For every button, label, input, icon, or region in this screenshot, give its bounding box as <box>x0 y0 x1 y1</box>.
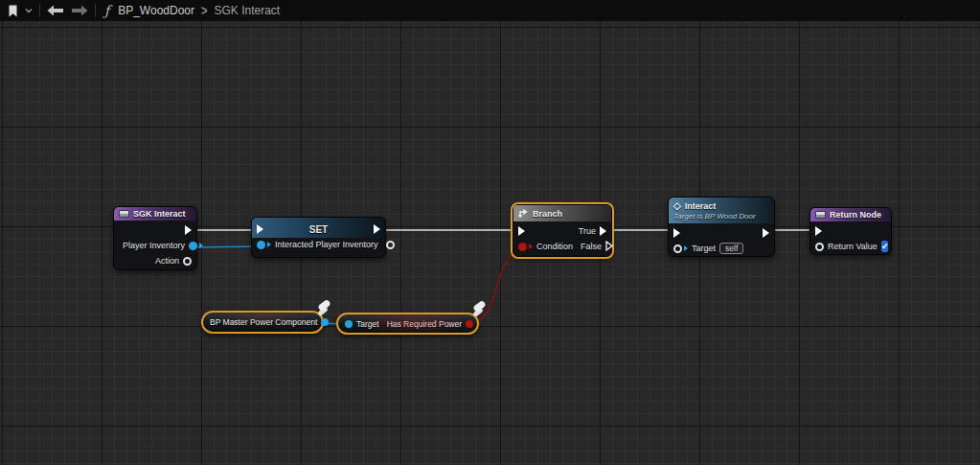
pin-label: Interacted Player Inventory <box>275 240 378 249</box>
graph-toolbar: ƒ BP_WoodDoor > SGK Interact <box>0 0 980 21</box>
branch-icon <box>518 208 529 220</box>
pin-label: False <box>581 242 602 251</box>
node-branch[interactable]: Branch True Condition False <box>513 204 612 257</box>
pin-row-condition-false: Condition False <box>518 239 606 254</box>
pin-label: Condition <box>536 242 573 251</box>
back-arrow-icon[interactable] <box>47 5 64 16</box>
node-return[interactable]: Return Node Return Value ✔ <box>809 207 892 255</box>
variable-input-pin[interactable] <box>257 241 265 249</box>
node-header: Return Node <box>810 208 891 221</box>
pin-label: Target <box>356 319 379 329</box>
pin-row-action: Action <box>119 253 192 268</box>
breadcrumb-chevron-icon: > <box>201 3 207 18</box>
pin-arrow-icon <box>199 243 203 248</box>
false-exec-output-pin[interactable] <box>605 241 613 253</box>
pin-row-exec <box>815 223 886 239</box>
node-sgk-interact-entry[interactable]: SGK Interact Player Inventory Action <box>113 206 197 270</box>
function-icon: ƒ <box>104 4 109 17</box>
target-input-pin[interactable] <box>673 244 682 253</box>
player-inventory-output-pin[interactable] <box>189 242 197 250</box>
exec-input-pin[interactable] <box>518 226 525 236</box>
breadcrumb-function-name[interactable]: SGK Interact <box>214 4 280 17</box>
node-set-interacted-player-inventory[interactable]: SET Interacted Player Inventory <box>251 217 386 258</box>
pin-row-player-inventory: Player Inventory <box>119 238 192 253</box>
variable-name: BP Master Power Component <box>210 317 317 327</box>
pin-label: True <box>579 226 596 236</box>
action-output-pin[interactable] <box>183 257 192 266</box>
node-header: SGK Interact <box>114 207 196 221</box>
pin-label: Return Value <box>828 242 877 251</box>
return-value-input-pin[interactable] <box>815 243 824 251</box>
pin-row-target: Target self <box>673 241 769 256</box>
forward-arrow-icon[interactable] <box>71 5 88 16</box>
pin-label: Target <box>692 244 716 253</box>
node-bp-master-power-component-get[interactable]: BP Master Power Component <box>201 311 324 334</box>
pin-row-variable: Interacted Player Inventory <box>257 237 380 252</box>
bookmark-dropdown-chevron-icon[interactable] <box>25 8 33 13</box>
node-interact-call[interactable]: ◇ Interact Target is BP Wood Door Target… <box>668 197 775 257</box>
target-default-value[interactable]: self <box>719 243 743 254</box>
target-input-pin[interactable] <box>345 320 353 328</box>
event-diamond-icon: ◇ <box>673 201 681 211</box>
pin-arrow-icon <box>267 242 271 247</box>
variable-output-pin[interactable] <box>386 241 395 249</box>
exec-input-pin[interactable] <box>673 228 680 238</box>
function-result-icon <box>815 211 826 219</box>
function-name: Has Required Power <box>387 319 462 329</box>
pin-row-exec-true: True <box>518 223 606 239</box>
node-title: Branch <box>533 209 562 219</box>
pin-row-return-value: Return Value ✔ <box>815 239 886 254</box>
true-exec-output-pin[interactable] <box>600 226 606 236</box>
toolbar-separator <box>39 4 40 17</box>
pin-arrow-icon <box>684 245 688 251</box>
exec-output-pin[interactable] <box>763 228 769 238</box>
breadcrumb-blueprint-name[interactable]: BP_WoodDoor <box>118 4 194 17</box>
pin-row-exec-out <box>119 222 192 238</box>
node-title: Return Node <box>830 210 881 220</box>
condition-input-pin[interactable] <box>518 243 527 251</box>
pin-row-exec <box>673 225 769 241</box>
node-title: SGK Interact <box>133 209 186 219</box>
pin-arrow-icon <box>529 244 533 249</box>
node-has-required-power-call[interactable]: Target Has Required Power <box>336 313 479 335</box>
wire-condition-bool[interactable] <box>470 248 525 323</box>
toolbar-separator <box>95 4 96 17</box>
exec-output-pin[interactable] <box>374 224 380 234</box>
node-title: SET <box>267 224 370 235</box>
node-header: Branch <box>513 205 611 221</box>
pin-label: Action <box>155 256 179 266</box>
exec-input-pin[interactable] <box>815 226 822 236</box>
exec-input-pin[interactable] <box>257 224 263 234</box>
pin-row-exec: SET <box>257 221 380 237</box>
bookmark-icon[interactable] <box>8 5 18 17</box>
return-value-checkbox[interactable]: ✔ <box>881 241 889 252</box>
bool-output-pin[interactable] <box>466 320 473 328</box>
node-title: Interact <box>685 201 717 211</box>
node-subtitle: Target is BP Wood Door <box>673 212 756 221</box>
function-entry-icon <box>119 210 129 218</box>
node-header: ◇ Interact Target is BP Wood Door <box>669 198 774 223</box>
pin-label: Player Inventory <box>123 241 185 250</box>
exec-output-pin[interactable] <box>185 225 192 235</box>
